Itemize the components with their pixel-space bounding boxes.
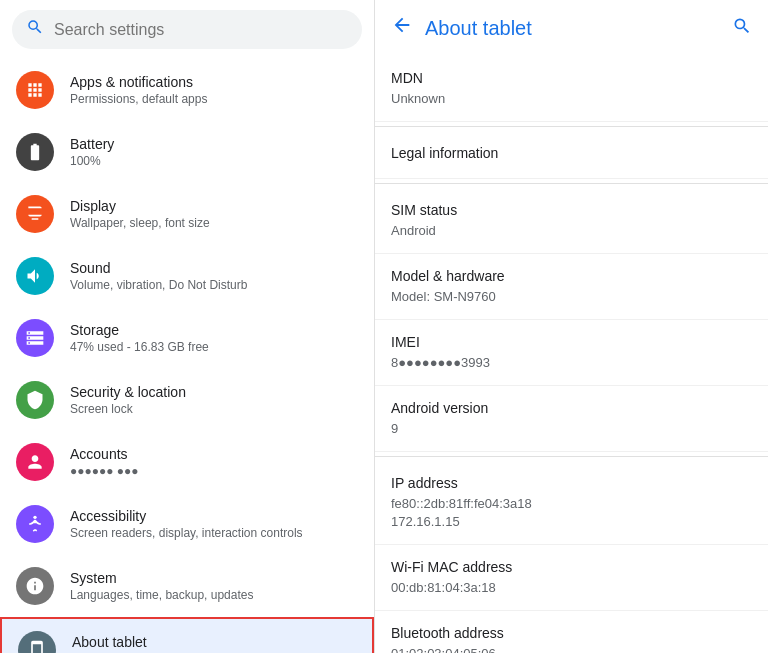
sidebar-item-about[interactable]: About tablet SM-N9760 <box>0 617 374 653</box>
item-title-system: System <box>70 570 253 586</box>
info-label-imei: IMEI <box>391 334 752 350</box>
info-label-android: Android version <box>391 400 752 416</box>
info-value-wifi: 00:db:81:04:3a:18 <box>391 580 496 595</box>
sidebar-item-display[interactable]: Display Wallpaper, sleep, font size <box>0 183 374 245</box>
item-title-security: Security & location <box>70 384 186 400</box>
right-panel: About tablet MDN Unknown Legal informati… <box>375 0 768 653</box>
info-label-ip: IP address <box>391 475 752 491</box>
security-icon <box>16 381 54 419</box>
item-text-sound: Sound Volume, vibration, Do Not Disturb <box>70 260 247 292</box>
info-item-wifi: Wi-Fi MAC address 00:db:81:04:3a:18 <box>375 545 768 611</box>
search-bar[interactable] <box>12 10 362 49</box>
info-value-ip: 172.16.1.15 <box>391 514 460 529</box>
info-value-bluetooth: 01:02:03:04:05:06 <box>391 646 496 653</box>
item-title-about: About tablet <box>72 634 147 650</box>
divider-after-legal <box>375 183 768 184</box>
sidebar-item-battery[interactable]: Battery 100% <box>0 121 374 183</box>
right-content: MDN Unknown Legal information SIM status… <box>375 56 768 653</box>
item-subtitle-sound: Volume, vibration, Do Not Disturb <box>70 278 247 292</box>
right-panel-title: About tablet <box>425 17 720 40</box>
sidebar-item-accessibility[interactable]: Accessibility Screen readers, display, i… <box>0 493 374 555</box>
item-title-sound: Sound <box>70 260 247 276</box>
item-text-display: Display Wallpaper, sleep, font size <box>70 198 210 230</box>
item-text-battery: Battery 100% <box>70 136 114 168</box>
left-panel: Apps & notifications Permissions, defaul… <box>0 0 375 653</box>
storage-icon <box>16 319 54 357</box>
item-subtitle-security: Screen lock <box>70 402 186 416</box>
info-label-sim: SIM status <box>391 202 752 218</box>
item-text-system: System Languages, time, backup, updates <box>70 570 253 602</box>
info-label-wifi: Wi-Fi MAC address <box>391 559 752 575</box>
info-item-bluetooth: Bluetooth address 01:02:03:04:05:06 <box>375 611 768 653</box>
search-input[interactable] <box>54 21 348 39</box>
item-title-battery: Battery <box>70 136 114 152</box>
info-value-sim: Android <box>391 223 436 238</box>
item-subtitle-battery: 100% <box>70 154 114 168</box>
search-icon <box>26 18 44 41</box>
info-label-model: Model & hardware <box>391 268 752 284</box>
info-label-legal: Legal information <box>391 145 752 161</box>
item-subtitle-storage: 47% used - 16.83 GB free <box>70 340 209 354</box>
item-text-security: Security & location Screen lock <box>70 384 186 416</box>
settings-list: Apps & notifications Permissions, defaul… <box>0 59 374 653</box>
info-value-model: Model: SM-N9760 <box>391 289 496 304</box>
sound-icon <box>16 257 54 295</box>
sidebar-item-storage[interactable]: Storage 47% used - 16.83 GB free <box>0 307 374 369</box>
sidebar-item-apps[interactable]: Apps & notifications Permissions, defaul… <box>0 59 374 121</box>
item-subtitle-system: Languages, time, backup, updates <box>70 588 253 602</box>
sidebar-item-sound[interactable]: Sound Volume, vibration, Do Not Disturb <box>0 245 374 307</box>
item-title-accessibility: Accessibility <box>70 508 303 524</box>
accessibility-icon <box>16 505 54 543</box>
item-subtitle-accounts: ●●●●●● ●●● <box>70 464 139 478</box>
divider-before-legal <box>375 126 768 127</box>
divider-after-android <box>375 456 768 457</box>
item-title-display: Display <box>70 198 210 214</box>
sidebar-item-security[interactable]: Security & location Screen lock <box>0 369 374 431</box>
item-text-apps: Apps & notifications Permissions, defaul… <box>70 74 207 106</box>
back-button[interactable] <box>391 14 413 42</box>
item-text-accounts: Accounts ●●●●●● ●●● <box>70 446 139 478</box>
accounts-icon <box>16 443 54 481</box>
info-value-ip: fe80::2db:81ff:fe04:3a18 <box>391 496 532 511</box>
item-text-about: About tablet SM-N9760 <box>72 634 147 653</box>
item-title-accounts: Accounts <box>70 446 139 462</box>
info-value-imei: 8●●●●●●●●3993 <box>391 355 490 370</box>
info-label-mdn: MDN <box>391 70 752 86</box>
info-value-android: 9 <box>391 421 398 436</box>
item-subtitle-apps: Permissions, default apps <box>70 92 207 106</box>
info-label-bluetooth: Bluetooth address <box>391 625 752 641</box>
info-item-mdn: MDN Unknown <box>375 56 768 122</box>
item-subtitle-display: Wallpaper, sleep, font size <box>70 216 210 230</box>
display-icon <box>16 195 54 233</box>
info-item-imei: IMEI 8●●●●●●●●3993 <box>375 320 768 386</box>
sidebar-item-accounts[interactable]: Accounts ●●●●●● ●●● <box>0 431 374 493</box>
right-header: About tablet <box>375 0 768 56</box>
about-icon <box>18 631 56 653</box>
info-item-ip: IP address fe80::2db:81ff:fe04:3a18172.1… <box>375 461 768 545</box>
right-search-icon[interactable] <box>732 16 752 41</box>
sidebar-item-system[interactable]: System Languages, time, backup, updates <box>0 555 374 617</box>
item-text-accessibility: Accessibility Screen readers, display, i… <box>70 508 303 540</box>
system-icon <box>16 567 54 605</box>
info-item-legal[interactable]: Legal information <box>375 131 768 179</box>
item-text-storage: Storage 47% used - 16.83 GB free <box>70 322 209 354</box>
battery-icon <box>16 133 54 171</box>
item-subtitle-accessibility: Screen readers, display, interaction con… <box>70 526 303 540</box>
item-title-storage: Storage <box>70 322 209 338</box>
info-item-model: Model & hardware Model: SM-N9760 <box>375 254 768 320</box>
item-title-apps: Apps & notifications <box>70 74 207 90</box>
info-item-sim: SIM status Android <box>375 188 768 254</box>
info-value-mdn: Unknown <box>391 91 445 106</box>
apps-icon <box>16 71 54 109</box>
info-item-android: Android version 9 <box>375 386 768 452</box>
svg-point-0 <box>33 516 36 519</box>
